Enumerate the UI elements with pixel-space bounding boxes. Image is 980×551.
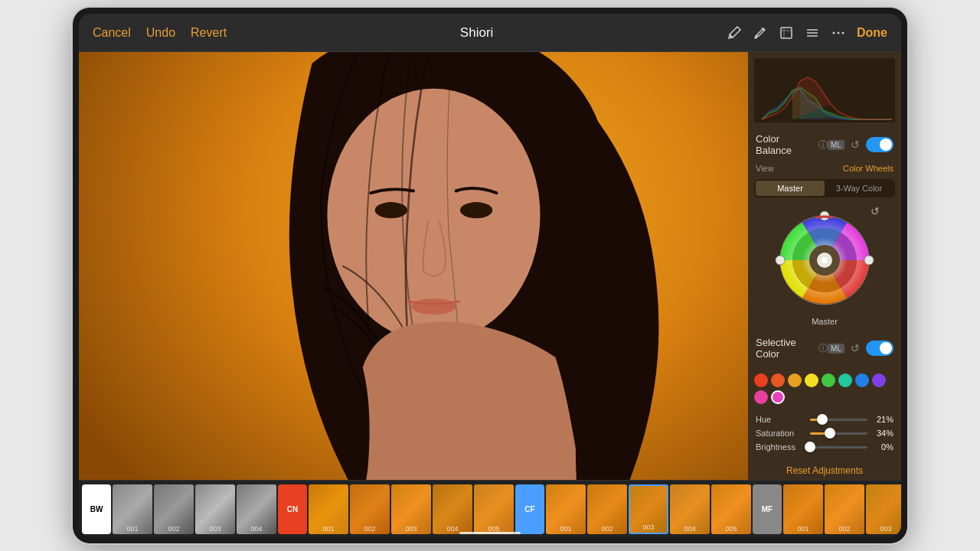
saturation-row: Saturation 34%: [756, 429, 893, 438]
swatch-green[interactable]: [822, 373, 835, 387]
film-thumb[interactable]: 003: [195, 484, 235, 534]
color-balance-info: ⓘ: [818, 139, 828, 152]
brightness-value: 0%: [872, 442, 893, 452]
document-title: Shiori: [460, 25, 493, 41]
screen: Cancel Undo Revert Shiori: [79, 14, 901, 537]
tab-master[interactable]: Master: [756, 181, 825, 196]
film-label-cf[interactable]: CF: [515, 484, 544, 534]
view-label: View: [756, 164, 774, 173]
swatch-purple[interactable]: [872, 373, 886, 387]
swatch-lime[interactable]: [805, 373, 818, 387]
svg-point-24: [776, 256, 785, 265]
film-thumb[interactable]: 002: [587, 484, 627, 534]
view-value[interactable]: Color Wheels: [843, 164, 893, 173]
wheel-reset-icon[interactable]: ↺: [871, 205, 880, 217]
svg-point-13: [460, 202, 492, 218]
film-thumb[interactable]: 004: [433, 484, 472, 534]
color-balance-header: Color Balance ⓘ ML ↺: [748, 129, 901, 161]
selective-color-reset-icon[interactable]: ↺: [851, 342, 860, 354]
color-wheel-container[interactable]: ↺: [771, 207, 878, 314]
film-thumb[interactable]: 001: [783, 484, 823, 534]
film-thumb[interactable]: 001: [546, 484, 586, 534]
film-thumb[interactable]: 002: [154, 484, 194, 534]
film-thumb[interactable]: 003: [391, 484, 431, 534]
film-group-bw: BW 001 002 003 004: [82, 484, 276, 534]
histogram-chart: [754, 58, 895, 122]
wand-icon[interactable]: [727, 25, 742, 41]
hue-value: 21%: [872, 415, 893, 424]
top-bar-left: Cancel Undo Revert: [93, 26, 227, 40]
svg-point-14: [411, 298, 456, 315]
hue-thumb[interactable]: [817, 414, 828, 425]
tab-3way[interactable]: 3-Way Color: [825, 181, 893, 196]
wheel-label: Master: [812, 317, 838, 326]
film-thumb[interactable]: 005: [474, 484, 514, 534]
film-thumb-selected[interactable]: 003: [629, 484, 668, 534]
color-balance-toggle[interactable]: [866, 137, 893, 152]
svg-point-6: [833, 31, 835, 34]
brightness-track[interactable]: [810, 446, 867, 448]
film-thumb[interactable]: 003: [866, 484, 901, 534]
main-content: Color Balance ⓘ ML ↺ View Color Wheels: [79, 52, 901, 480]
swatch-orange[interactable]: [771, 373, 785, 387]
film-thumb[interactable]: 001: [113, 484, 152, 534]
saturation-track[interactable]: [810, 432, 867, 435]
brightness-label: Brightness: [756, 442, 805, 452]
scroll-indicator: [459, 532, 521, 534]
swatch-blue[interactable]: [855, 373, 869, 387]
film-label-bw[interactable]: BW: [82, 484, 111, 534]
photo-background: [79, 52, 748, 480]
film-group-cf: CF 001 002 003 004 005: [515, 484, 751, 534]
done-button[interactable]: Done: [857, 26, 887, 40]
color-swatches-row: [748, 370, 901, 407]
adjustments-icon[interactable]: [805, 25, 820, 41]
color-balance-title: Color Balance: [756, 133, 814, 156]
color-wheel-svg: [771, 207, 878, 314]
film-thumb[interactable]: 001: [309, 484, 348, 534]
hue-row: Hue 21%: [756, 415, 893, 424]
reset-adjustments-button[interactable]: Reset Adjustments: [748, 459, 901, 480]
hue-track[interactable]: [810, 419, 867, 421]
film-thumb[interactable]: 002: [350, 484, 390, 534]
selective-color-title: Selective Color: [756, 337, 814, 360]
svg-point-25: [864, 256, 874, 265]
swatch-pink[interactable]: [754, 390, 768, 404]
svg-rect-0: [781, 28, 792, 38]
more-options-icon[interactable]: [831, 25, 846, 41]
selective-color-header: Selective Color ⓘ ML ↺: [748, 332, 901, 364]
swatch-magenta[interactable]: [771, 390, 785, 404]
film-thumb[interactable]: 004: [670, 484, 710, 534]
hue-label: Hue: [756, 415, 805, 424]
brightness-thumb[interactable]: [805, 442, 815, 452]
film-thumb[interactable]: 005: [711, 484, 751, 534]
filmstrip: BW 001 002 003 004 CN 001 002 003 004 00…: [79, 480, 901, 537]
film-thumb[interactable]: 004: [237, 484, 276, 534]
color-balance-reset-icon[interactable]: ↺: [851, 139, 860, 151]
portrait-image: [79, 52, 748, 480]
film-thumb[interactable]: 002: [825, 484, 864, 534]
pencil-icon[interactable]: [753, 25, 768, 41]
crop-icon[interactable]: [779, 25, 794, 41]
swatch-teal[interactable]: [838, 373, 852, 387]
selective-color-info: ⓘ: [818, 342, 828, 355]
film-label-mf[interactable]: MF: [753, 484, 782, 534]
revert-button[interactable]: Revert: [191, 26, 227, 40]
color-balance-ml[interactable]: ML: [828, 140, 844, 150]
swatch-red[interactable]: [754, 373, 768, 387]
color-balance-controls: ML ↺: [828, 137, 893, 152]
right-panel: Color Balance ⓘ ML ↺ View Color Wheels: [748, 52, 901, 480]
film-label-cn[interactable]: CN: [278, 484, 307, 534]
svg-point-8: [842, 31, 844, 34]
top-bar-right: Done: [727, 25, 887, 41]
undo-button[interactable]: Undo: [146, 26, 175, 40]
top-bar: Cancel Undo Revert Shiori: [79, 14, 901, 52]
selective-color-toggle[interactable]: [866, 341, 893, 356]
selective-color-ml[interactable]: ML: [828, 344, 844, 354]
brightness-row: Brightness 0%: [756, 442, 893, 452]
cancel-button[interactable]: Cancel: [93, 26, 131, 40]
color-wheel-tabs: Master 3-Way Color: [754, 179, 895, 197]
saturation-thumb[interactable]: [825, 428, 835, 439]
swatch-yellow[interactable]: [788, 373, 802, 387]
photo-area: [79, 52, 748, 480]
sliders-section: Hue 21% Saturation: [748, 407, 901, 459]
